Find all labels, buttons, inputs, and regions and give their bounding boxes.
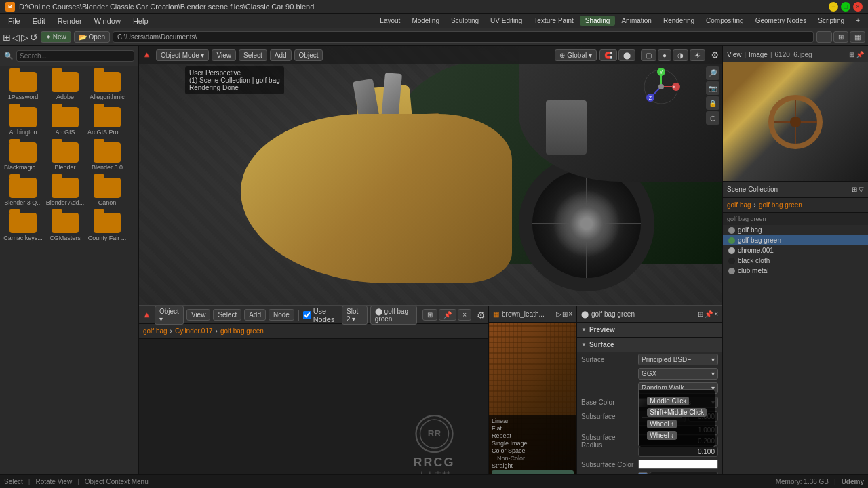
shader-settings-btn[interactable]: ⚙ <box>477 310 486 321</box>
prop-edit-btn[interactable]: ⬤ <box>618 49 635 61</box>
file-item[interactable]: ArcGIS <box>45 104 85 138</box>
menu-help[interactable]: Help <box>127 16 154 26</box>
shader-panel-btn3[interactable]: × <box>714 310 718 318</box>
file-item[interactable]: Blender 3 Q... <box>3 175 43 209</box>
object-btn[interactable]: Object <box>294 49 323 61</box>
tex-btn-2[interactable]: ⊞ <box>562 310 568 318</box>
file-item[interactable]: CGMasters <box>45 210 85 244</box>
list-view-btn[interactable]: ☰ <box>816 31 832 43</box>
view-lock-btn[interactable]: 🔒 <box>706 96 719 110</box>
shader-panel-btn1[interactable]: ⊞ <box>698 310 703 318</box>
tab-shading[interactable]: Shading <box>580 16 616 26</box>
material-btn[interactable]: ◑ <box>673 49 688 61</box>
preview-section-header[interactable]: ▼ Preview <box>577 323 722 338</box>
shader-pin-btn[interactable]: 📌 <box>439 309 456 321</box>
menu-window[interactable]: Window <box>89 16 126 26</box>
shader-add-btn[interactable]: Add <box>244 309 266 321</box>
file-item[interactable]: ArcGIS Pro 2.8 <box>87 104 127 138</box>
zoom-in-btn[interactable]: 🔎 <box>706 66 719 80</box>
view-btn[interactable]: View <box>212 49 236 61</box>
shader-object-btn[interactable]: Object ▾ <box>155 306 184 325</box>
object-mode-btn[interactable]: Object Mode ▾ <box>156 49 209 61</box>
material-black-cloth[interactable]: black cloth <box>723 256 868 266</box>
tab-sculpting[interactable]: Sculpting <box>446 16 484 26</box>
file-item[interactable]: Blender Add... <box>45 175 85 209</box>
tab-uv-editing[interactable]: UV Editing <box>485 16 528 26</box>
shader-select-btn[interactable]: Select <box>213 309 241 321</box>
shader-node-btn[interactable]: Node <box>269 309 294 321</box>
file-item[interactable]: Carnac keys... <box>3 210 43 244</box>
menu-edit[interactable]: Edit <box>27 16 51 26</box>
tab-geometry-nodes[interactable]: Geometry Nodes <box>750 16 812 26</box>
menu-render[interactable]: Render <box>52 16 87 26</box>
filter-funnel[interactable]: ▽ <box>859 186 864 193</box>
rendered-btn[interactable]: ☀ <box>690 49 705 61</box>
wireframe-btn[interactable]: ▢ <box>641 49 656 61</box>
toolbar-icon-1[interactable]: ⊞ <box>3 32 11 43</box>
shader-close-btn[interactable]: × <box>458 309 471 321</box>
tex-btn-1[interactable]: ▷ <box>556 310 561 318</box>
file-item[interactable]: Canon <box>87 175 127 209</box>
file-item[interactable]: Allegorithmic <box>87 69 127 103</box>
use-nodes-label[interactable]: Use Nodes <box>303 307 336 323</box>
toolbar-icon-2[interactable]: ◁ <box>12 32 20 43</box>
ggx-dropdown[interactable]: GGX ▾ <box>638 368 718 380</box>
tab-animation[interactable]: Animation <box>616 16 656 26</box>
surface-section-header[interactable]: ▼ Surface <box>577 338 722 352</box>
global-btn[interactable]: ⊕ Global ▾ <box>555 49 596 61</box>
breadcrumb-cylinder[interactable]: Cylinder.017 <box>175 327 213 335</box>
use-nodes-checkbox[interactable] <box>303 311 311 319</box>
material-golf-bag[interactable]: golf bag <box>723 225 868 235</box>
tab-layout[interactable]: Layout <box>374 16 406 26</box>
file-item[interactable]: County Fair ... <box>87 210 127 244</box>
snap-btn[interactable]: 🧲 <box>599 49 617 61</box>
shader-view-btn[interactable]: View <box>186 309 211 321</box>
viewport-settings-btn[interactable]: ⚙ <box>711 49 719 60</box>
file-item[interactable]: Blender <box>45 140 85 174</box>
filter-btn[interactable]: ⊞ <box>852 186 857 193</box>
minimize-button[interactable]: − <box>829 2 838 12</box>
select-btn[interactable]: Select <box>239 49 267 61</box>
viewport-3d[interactable]: 🔺 Object Mode ▾ View Select Add Object ⊕… <box>139 46 722 305</box>
shader-panel-btn2[interactable]: 📌 <box>705 310 713 318</box>
tex-btn-3[interactable]: × <box>568 310 572 318</box>
tab-add[interactable]: + <box>850 16 865 26</box>
tab-texture-paint[interactable]: Texture Paint <box>528 16 578 26</box>
icon-view-btn[interactable]: ▦ <box>850 31 865 43</box>
solid-btn[interactable]: ● <box>658 49 671 61</box>
new-button[interactable]: ✦ New <box>41 31 71 43</box>
file-item[interactable]: Artbington <box>3 104 43 138</box>
tab-rendering[interactable]: Rendering <box>658 16 700 26</box>
file-item[interactable]: 1Password <box>3 69 43 103</box>
toolbar-icon-4[interactable]: ↺ <box>30 32 38 43</box>
file-item[interactable]: Blender 3.0 <box>87 140 127 174</box>
view-camera-btn[interactable]: 📷 <box>706 81 719 95</box>
file-item[interactable]: Blackmagic ... <box>3 140 43 174</box>
tab-modeling[interactable]: Modeling <box>406 16 445 26</box>
img-btn-1[interactable]: ⊞ <box>849 51 854 58</box>
breadcrumb-golfbag[interactable]: golf bag <box>143 327 167 335</box>
toolbar-icon-3[interactable]: ▷ <box>21 32 28 43</box>
surface-dropdown[interactable]: Principled BSDF ▾ <box>638 354 718 365</box>
menu-file[interactable]: File <box>3 16 26 26</box>
subsurface-color-swatch[interactable] <box>638 460 718 469</box>
search-input[interactable] <box>16 50 134 62</box>
shader-maximize-btn[interactable]: ⊞ <box>422 309 437 321</box>
close-button[interactable]: × <box>853 2 863 12</box>
file-item[interactable]: Adobe <box>45 69 85 103</box>
slot-btn[interactable]: Slot 2 ▾ <box>342 306 368 325</box>
maximize-button[interactable]: □ <box>841 2 850 12</box>
radius-3[interactable]: 0.100 <box>638 447 718 457</box>
grid-view-btn[interactable]: ⊞ <box>833 31 848 43</box>
tab-compositing[interactable]: Compositing <box>701 16 749 26</box>
tab-scripting[interactable]: Scripting <box>812 16 850 26</box>
img-btn-2[interactable]: 📌 <box>856 51 864 58</box>
material-club-metal[interactable]: club metal <box>723 266 868 276</box>
add-btn[interactable]: Add <box>270 49 292 61</box>
material-btn-shader[interactable]: ⬤ golf bag green <box>370 306 417 325</box>
overlay-btn[interactable]: ⬡ <box>706 111 719 125</box>
material-golf-bag-green[interactable]: golf bag green <box>723 235 868 245</box>
open-button[interactable]: 📂 Open <box>74 31 110 43</box>
material-chrome[interactable]: chrome.001 <box>723 245 868 256</box>
breadcrumb-material[interactable]: golf bag green <box>220 327 264 335</box>
